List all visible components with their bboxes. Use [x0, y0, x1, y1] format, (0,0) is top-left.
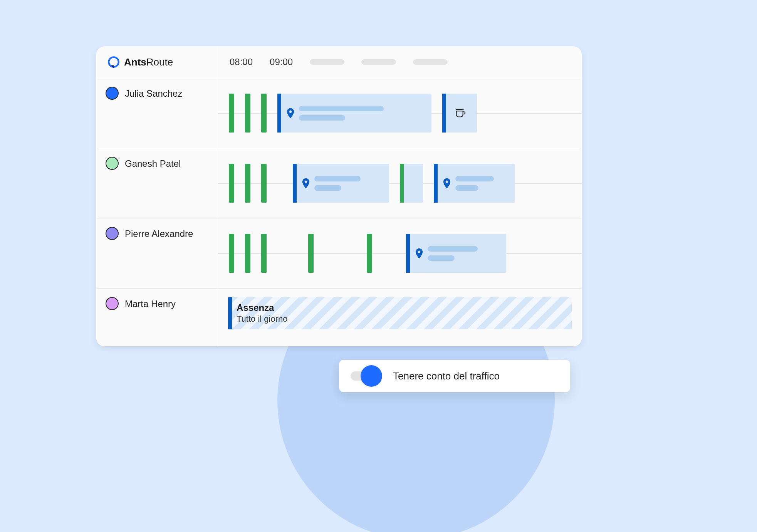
task-card[interactable]: [277, 94, 431, 133]
logo-text-light: Route: [146, 56, 173, 68]
timeline[interactable]: [218, 148, 582, 218]
task-card[interactable]: [406, 234, 506, 273]
agent-row: Ganesh Patel: [96, 148, 582, 218]
task-accent: [442, 94, 446, 133]
header-row: AntsRoute 08:00 09:00: [96, 46, 582, 78]
time-tick-0900: 09:00: [270, 57, 293, 67]
avatar: [106, 87, 119, 100]
agent-name: Marta Henry: [125, 299, 176, 309]
avatar: [106, 297, 119, 310]
stop-marker[interactable]: [245, 234, 250, 273]
avatar: [106, 227, 119, 240]
location-pin-icon: [287, 108, 294, 119]
stop-marker[interactable]: [229, 234, 234, 273]
agent-cell[interactable]: Pierre Alexandre: [96, 218, 218, 288]
agent-row: Pierre Alexandre: [96, 218, 582, 289]
time-tick-placeholder: [413, 59, 448, 65]
stop-marker[interactable]: [308, 234, 314, 273]
brand-logo: AntsRoute: [96, 46, 218, 78]
toggle-thumb: [361, 365, 382, 387]
stop-marker[interactable]: [261, 94, 267, 133]
agent-cell[interactable]: Julia Sanchez: [96, 78, 218, 148]
schedule-window: AntsRoute 08:00 09:00 Julia Sanchez: [96, 46, 582, 346]
traffic-toggle[interactable]: [351, 368, 382, 384]
avatar: [106, 157, 119, 170]
stop-marker[interactable]: [245, 164, 250, 203]
task-card[interactable]: [400, 164, 423, 203]
task-card[interactable]: [434, 164, 515, 203]
traffic-toggle-card: Tenere conto del traffico: [339, 360, 570, 392]
time-tick-placeholder: [310, 59, 344, 65]
task-accent: [400, 164, 404, 203]
logo-icon: [107, 55, 120, 69]
task-accent: [277, 94, 281, 133]
task-text: [314, 176, 361, 191]
task-accent: [434, 164, 438, 203]
absence-title: Assenza: [237, 302, 565, 313]
stop-marker[interactable]: [367, 234, 372, 273]
timeline[interactable]: [218, 218, 582, 288]
agent-cell[interactable]: Marta Henry: [96, 289, 218, 346]
stop-marker[interactable]: [261, 234, 267, 273]
stop-marker[interactable]: [229, 164, 234, 203]
task-accent: [406, 234, 410, 273]
timeline[interactable]: Assenza Tutto il giorno: [218, 289, 582, 346]
logo-text: AntsRoute: [124, 56, 173, 68]
coffee-cup-icon: [455, 107, 466, 119]
task-text: [455, 176, 494, 191]
task-accent: [228, 297, 232, 329]
location-pin-icon: [443, 178, 451, 189]
stop-marker[interactable]: [261, 164, 267, 203]
absence-subtitle: Tutto il giorno: [237, 314, 565, 324]
task-card[interactable]: [293, 164, 389, 203]
traffic-toggle-label: Tenere conto del traffico: [393, 370, 500, 382]
time-tick-placeholder: [361, 59, 396, 65]
time-tick-0800: 08:00: [230, 57, 253, 67]
location-pin-icon: [302, 178, 310, 189]
task-accent: [293, 164, 297, 203]
timeline[interactable]: [218, 78, 582, 148]
stop-marker[interactable]: [229, 94, 234, 133]
agent-cell[interactable]: Ganesh Patel: [96, 148, 218, 218]
agent-row: Julia Sanchez: [96, 78, 582, 148]
location-pin-icon: [415, 248, 423, 259]
logo-text-bold: Ants: [124, 56, 146, 68]
break-card[interactable]: [442, 94, 477, 133]
time-axis: 08:00 09:00: [218, 46, 582, 78]
task-text: [299, 106, 384, 121]
absence-block[interactable]: Assenza Tutto il giorno: [228, 297, 572, 329]
svg-rect-1: [456, 109, 464, 110]
agent-name: Julia Sanchez: [125, 88, 182, 99]
task-text: [428, 246, 478, 261]
stop-marker[interactable]: [245, 94, 250, 133]
agent-name: Ganesh Patel: [125, 158, 181, 169]
agent-name: Pierre Alexandre: [125, 228, 193, 239]
agent-row: Marta Henry Assenza Tutto il giorno: [96, 289, 582, 346]
